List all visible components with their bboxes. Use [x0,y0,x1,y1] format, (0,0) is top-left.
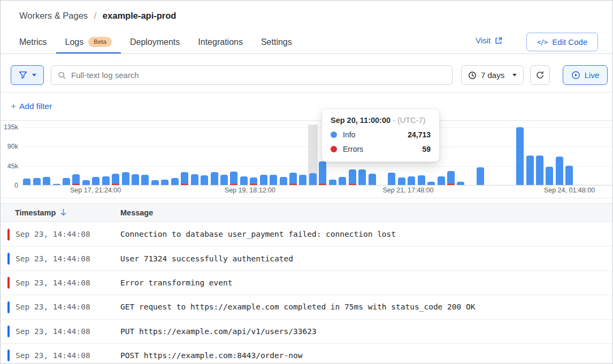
chart-bar[interactable] [91,125,101,185]
column-header-timestamp[interactable]: Timestamp [15,208,67,217]
refresh-button[interactable] [530,65,550,85]
search-input[interactable] [71,71,446,80]
tab-settings[interactable]: Settings [252,32,301,53]
chart-bar[interactable] [180,125,189,185]
bar-column [211,172,218,185]
chart-bar[interactable] [456,125,465,185]
bar-info-segment [112,174,119,184]
bar-info-segment [526,156,534,185]
chart-bar[interactable] [111,125,120,185]
chart-bar[interactable] [259,125,269,185]
log-row[interactable]: Sep 23, 14:44:08Error transforming event [1,271,613,295]
chart-tooltip: Sep 20, 11:00:00 - (UTC-7) Info 24,713 E… [321,109,440,162]
chart-bar[interactable] [62,125,71,185]
chart-bar[interactable] [269,125,278,185]
chart-bar[interactable] [22,125,32,185]
bar-column [339,177,346,185]
bar-info-segment [191,174,198,185]
chart-bar[interactable] [200,125,209,185]
bar-column [556,157,563,185]
tab-logs[interactable]: LogsBeta [56,32,121,53]
chart-bar[interactable] [308,125,318,185]
tab-integrations[interactable]: Integrations [189,32,252,53]
tooltip-separator: - [393,116,395,125]
tab-deployments[interactable]: Deployments [121,32,189,53]
chart-bar[interactable] [120,125,130,185]
bar-column [112,174,119,185]
add-filter-row: + Add filter [1,92,613,121]
chart-bar[interactable] [505,125,515,185]
breadcrumb-workers-pages[interactable]: Workers & Pages [19,11,88,20]
log-message: GET request to https://example.com compl… [120,295,475,319]
chart-bar[interactable] [140,125,150,185]
chart-bar[interactable] [101,125,111,185]
bar-info-segment [329,180,336,185]
chart-bar[interactable] [446,125,456,185]
chart-bar[interactable] [42,125,51,185]
chart-bar[interactable] [170,125,180,185]
chart-bar[interactable] [584,125,594,185]
edit-code-button[interactable]: </> Edit Code [526,33,598,51]
chart-bar[interactable] [535,125,545,185]
log-row[interactable]: Sep 23, 14:44:08GET request to https://e… [1,295,613,319]
bar-info-segment [102,176,110,185]
bar-column [349,169,356,185]
chart-bar[interactable] [71,125,81,185]
chart-bar[interactable] [51,125,61,185]
chart-bar[interactable] [278,125,288,185]
chart-bar[interactable] [515,125,525,185]
chart-bar[interactable] [150,125,160,185]
chart-bar[interactable] [298,125,308,185]
chart-bar[interactable] [604,125,613,185]
chevron-down-icon [32,74,36,76]
chart-bar[interactable] [476,125,485,185]
log-row[interactable]: Sep 23, 14:44:08POST https://example.com… [1,344,613,363]
chart-bar[interactable] [160,125,170,185]
bar-column [181,172,188,185]
edit-code-label: Edit Code [552,37,587,47]
chart-bar[interactable] [486,125,495,185]
chart-bar[interactable] [32,125,41,185]
chart-bar[interactable] [219,125,229,185]
chart-bar[interactable] [545,125,554,185]
bar-column [82,180,90,185]
log-row[interactable]: Sep 23, 14:44:08Connection to database u… [1,222,613,246]
chart-bar[interactable] [209,125,219,185]
log-row[interactable]: Sep 23, 14:44:08User 71324 successfully … [1,246,613,270]
bar-info-segment [43,177,50,185]
visit-link[interactable]: Visit [476,36,502,45]
chart-bar[interactable] [288,125,298,185]
chart-bar[interactable] [555,125,564,185]
chart-bar[interactable] [594,125,603,185]
bar-info-segment [546,167,553,185]
time-range-dropdown[interactable]: 7 days [461,65,524,85]
live-button[interactable]: Live [563,65,608,85]
bar-info-segment [319,161,326,184]
chart-bar[interactable] [131,125,140,185]
bar-column [438,176,445,185]
bar-column [388,173,395,185]
timestamp-header-label: Timestamp [15,208,56,217]
chart-bar[interactable] [189,125,199,185]
chart-bar[interactable] [249,125,258,185]
refresh-icon [535,71,545,80]
chart-bar[interactable] [495,125,505,185]
x-axis-tick: Sep 17, 21:24:00 [70,187,121,194]
bar-info-segment [477,167,484,185]
filter-menu-button[interactable] [11,65,44,85]
add-filter-button[interactable]: + Add filter [11,101,52,112]
chart-bar[interactable] [239,125,249,185]
chart-bar[interactable] [574,125,584,185]
tab-bar: MetricsLogsBetaDeploymentsIntegrationsSe… [10,32,301,53]
log-row[interactable]: Sep 23, 14:44:08PUT https://example.com/… [1,320,613,344]
chart-bar[interactable] [81,125,91,185]
chart-bar[interactable] [525,125,534,185]
chart-bar[interactable] [466,125,476,185]
chart-bar[interactable] [564,125,574,185]
bar-info-segment [250,177,257,184]
bar-info-segment [230,172,237,184]
clock-icon [468,71,477,80]
chart-bar[interactable] [229,125,239,185]
bar-column [240,176,248,185]
tab-metrics[interactable]: Metrics [10,32,56,53]
